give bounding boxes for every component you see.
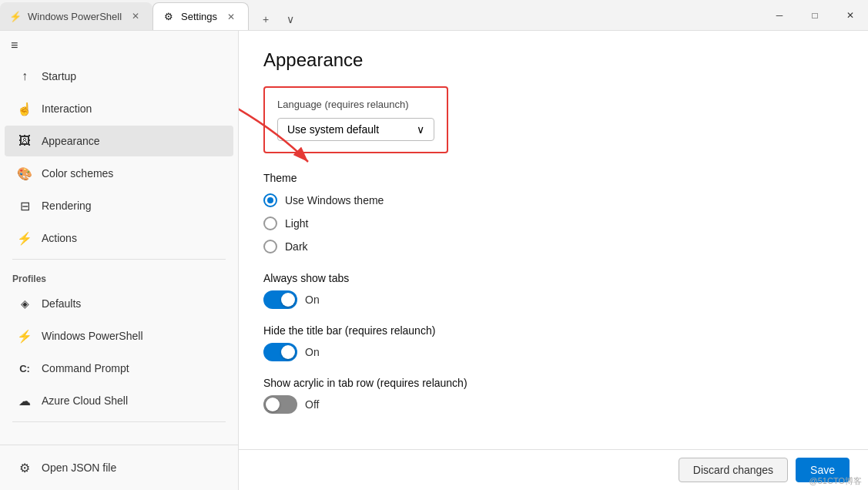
radio-light[interactable] [263,216,277,230]
tab-bar: ⚡ Windows PowerShell ✕ ⚙ Settings ✕ + ∨ [0,0,762,30]
tab-powershell-close[interactable]: ✕ [128,8,143,24]
settings-tab-icon: ⚙ [163,11,175,23]
maximize-button[interactable]: □ [797,0,833,31]
sidebar-item-rendering-label: Rendering [42,200,92,212]
page-title: Appearance [263,49,843,71]
show-acrylic-thumb [266,398,280,411]
command-prompt-icon: C: [17,361,32,376]
sidebar-item-defaults[interactable]: ◈ Defaults [5,288,233,319]
azure-cloud-shell-icon: ☁ [17,393,32,408]
always-show-tabs-toggle-row: On [263,290,843,309]
sidebar-item-defaults-label: Defaults [42,297,81,310]
theme-option-windows-label: Use Windows theme [285,194,384,206]
hamburger-menu[interactable]: ≡ [0,31,238,60]
content-area: Appearance Language (requires relaunch) … [239,31,868,449]
sidebar-divider-2 [12,421,226,422]
interaction-icon: ☝ [17,101,32,116]
show-acrylic-toggle-row: Off [263,395,843,414]
sidebar-item-interaction-label: Interaction [42,102,92,115]
theme-section-label: Theme [263,172,843,184]
color-schemes-icon: 🎨 [17,166,32,181]
show-acrylic-label: Show acrylic in tab row (requires relaun… [263,377,843,389]
hide-title-bar-toggle-row: On [263,343,843,361]
save-button[interactable]: Save [796,458,850,482]
theme-option-light[interactable]: Light [263,216,843,230]
hide-title-bar-thumb [281,345,295,359]
sidebar-item-appearance[interactable]: 🖼 Appearance [5,126,233,156]
tab-settings-label: Settings [181,11,217,22]
language-select[interactable]: Use system default ∨ [277,118,434,141]
radio-dark[interactable] [263,240,277,253]
theme-option-windows[interactable]: Use Windows theme [263,193,843,207]
tab-settings-close[interactable]: ✕ [223,9,239,25]
always-show-tabs-toggle[interactable] [263,290,297,309]
close-button[interactable]: ✕ [833,0,868,31]
powershell-tab-icon: ⚡ [9,10,22,22]
sidebar-item-command-prompt-label: Command Prompt [42,362,129,374]
new-tab-button[interactable]: + [255,8,276,30]
startup-icon: ↑ [17,69,32,84]
sidebar-item-color-schemes[interactable]: 🎨 Color schemes [5,158,233,189]
always-show-tabs-state: On [305,294,320,306]
theme-option-light-label: Light [285,217,308,230]
always-show-tabs-row: Always show tabs On [263,272,843,309]
window-controls: ─ □ ✕ [762,0,868,31]
defaults-icon: ◈ [17,296,32,311]
hide-title-bar-row: Hide the title bar (requires relaunch) O… [263,324,843,361]
sidebar-item-azure-cloud-shell[interactable]: ☁ Azure Cloud Shell [5,385,233,416]
sidebar-divider [12,259,226,260]
tab-powershell[interactable]: ⚡ Windows PowerShell ✕ [0,2,152,30]
open-json-file-button[interactable]: ⚙ Open JSON file [5,452,233,483]
language-label: Language (requires relaunch) [277,99,434,110]
always-show-tabs-label: Always show tabs [263,272,843,284]
sidebar-item-startup-label: Startup [42,70,76,82]
sidebar-item-interaction[interactable]: ☝ Interaction [5,93,233,124]
open-json-file-label: Open JSON file [42,461,116,474]
tab-settings[interactable]: ⚙ Settings ✕ [152,2,249,30]
language-section: Language (requires relaunch) Use system … [263,86,448,153]
app-body: ≡ ↑ Startup ☝ Interaction 🖼 Appearance 🎨… [0,31,868,490]
sidebar-item-rendering[interactable]: ⊟ Rendering [5,190,233,221]
sidebar-item-windows-powershell[interactable]: ⚡ Windows PowerShell [5,321,233,351]
tab-actions: + ∨ [249,8,307,30]
sidebar-item-startup[interactable]: ↑ Startup [5,61,233,92]
tab-powershell-label: Windows PowerShell [28,11,122,22]
sidebar: ≡ ↑ Startup ☝ Interaction 🖼 Appearance 🎨… [0,31,239,490]
radio-windows-theme[interactable] [263,193,277,207]
rendering-icon: ⊟ [17,198,32,213]
hide-title-bar-label: Hide the title bar (requires relaunch) [263,324,843,337]
sidebar-item-appearance-label: Appearance [42,135,100,147]
discard-changes-button[interactable]: Discard changes [679,458,788,482]
actions-icon: ⚡ [17,230,32,246]
windows-powershell-icon: ⚡ [17,328,32,344]
title-bar: ⚡ Windows PowerShell ✕ ⚙ Settings ✕ + ∨ … [0,0,868,31]
theme-radio-group: Use Windows theme Light Dark [263,193,843,253]
sidebar-item-actions-label: Actions [42,232,77,244]
theme-option-dark-label: Dark [285,240,308,253]
hide-title-bar-toggle[interactable] [263,343,297,361]
sidebar-item-command-prompt[interactable]: C: Command Prompt [5,353,233,384]
show-acrylic-row: Show acrylic in tab row (requires relaun… [263,377,843,414]
hide-title-bar-state: On [305,346,320,358]
language-select-chevron: ∨ [417,123,424,136]
minimize-button[interactable]: ─ [762,0,797,31]
language-select-value: Use system default [287,123,379,136]
appearance-icon: 🖼 [17,133,32,149]
open-json-icon: ⚙ [17,460,32,475]
footer: Discard changes Save [239,449,868,490]
sidebar-item-color-schemes-label: Color schemes [42,167,113,180]
sidebar-bottom: ⚙ Open JSON file [0,445,238,490]
profiles-section-label: Profiles [0,264,238,287]
sidebar-item-actions[interactable]: ⚡ Actions [5,223,233,253]
more-tabs-button[interactable]: ∨ [280,8,301,30]
show-acrylic-state: Off [305,398,319,411]
theme-option-dark[interactable]: Dark [263,240,843,253]
show-acrylic-toggle[interactable] [263,395,297,414]
always-show-tabs-thumb [281,293,295,307]
sidebar-item-azure-cloud-shell-label: Azure Cloud Shell [42,394,128,407]
sidebar-item-windows-powershell-label: Windows PowerShell [42,330,143,342]
